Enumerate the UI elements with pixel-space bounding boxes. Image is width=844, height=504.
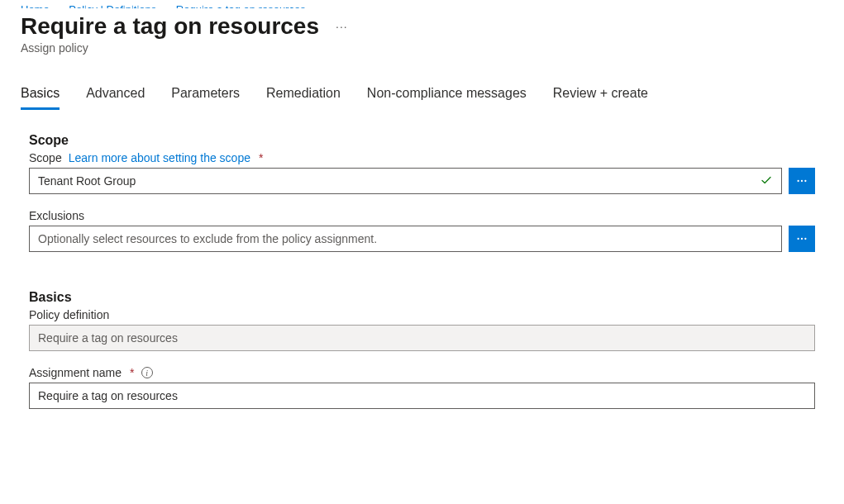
page-title: Require a tag on resources xyxy=(21,13,319,40)
exclusions-input[interactable]: Optionally select resources to exclude f… xyxy=(29,226,782,252)
svg-point-3 xyxy=(797,238,799,240)
breadcrumb-current[interactable]: Require a tag on resources xyxy=(176,3,306,8)
tab-review[interactable]: Review + create xyxy=(553,86,648,110)
chevron-right-icon: › xyxy=(165,3,168,8)
svg-point-2 xyxy=(804,180,806,182)
scope-input[interactable]: Tenant Root Group xyxy=(29,168,782,194)
required-indicator: * xyxy=(130,366,134,379)
exclusions-placeholder: Optionally select resources to exclude f… xyxy=(38,232,377,245)
chevron-right-icon: › xyxy=(313,3,317,8)
tab-parameters[interactable]: Parameters xyxy=(171,86,240,110)
svg-point-4 xyxy=(801,238,803,240)
assignment-name-input[interactable] xyxy=(38,389,806,402)
tab-noncompliance[interactable]: Non-compliance messages xyxy=(367,86,527,110)
basics-heading: Basics xyxy=(29,290,815,305)
tab-basics[interactable]: Basics xyxy=(21,86,60,110)
more-actions-icon[interactable]: ··· xyxy=(332,17,351,36)
tab-advanced[interactable]: Advanced xyxy=(86,86,145,110)
scope-learn-more-link[interactable]: Learn more about setting the scope xyxy=(69,151,250,164)
assignment-name-input-wrap xyxy=(29,383,815,409)
chevron-right-icon: › xyxy=(57,3,60,8)
required-indicator: * xyxy=(259,151,263,164)
exclusions-label: Exclusions xyxy=(29,209,84,222)
assignment-name-label: Assignment name xyxy=(29,366,122,379)
policy-definition-value: Require a tag on resources xyxy=(38,331,178,345)
policy-definition-label: Policy definition xyxy=(29,308,109,321)
svg-point-0 xyxy=(797,180,799,182)
scope-label: Scope xyxy=(29,151,62,164)
scope-heading: Scope xyxy=(29,133,815,148)
page-subtitle: Assign policy xyxy=(21,41,823,55)
checkmark-icon xyxy=(760,174,773,189)
breadcrumb-policy[interactable]: Policy | Definitions xyxy=(69,3,156,8)
tab-remediation[interactable]: Remediation xyxy=(266,86,341,110)
breadcrumb-home[interactable]: Home xyxy=(21,3,50,8)
scope-picker-button[interactable] xyxy=(789,168,815,194)
scope-value: Tenant Root Group xyxy=(38,174,136,188)
info-icon[interactable]: i xyxy=(141,367,153,378)
exclusions-picker-button[interactable] xyxy=(789,226,815,252)
tabs: Basics Advanced Parameters Remediation N… xyxy=(21,86,823,110)
svg-point-5 xyxy=(804,238,806,240)
breadcrumb: Home › Policy | Definitions › Require a … xyxy=(21,0,823,8)
svg-point-1 xyxy=(801,180,803,182)
policy-definition-input: Require a tag on resources xyxy=(29,325,815,351)
